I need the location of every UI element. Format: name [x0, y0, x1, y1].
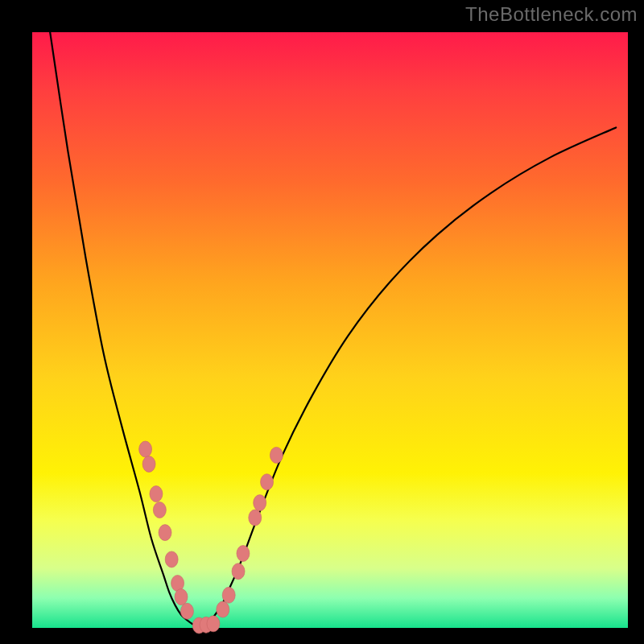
bead-marker — [237, 546, 250, 562]
curve-left — [50, 32, 199, 626]
bead-markers — [139, 441, 283, 634]
watermark-text: TheBottleneck.com — [465, 3, 638, 26]
bead-marker — [270, 447, 283, 463]
plot-area — [32, 32, 628, 628]
bead-marker — [165, 551, 178, 568]
bead-marker — [217, 601, 229, 617]
bead-marker — [142, 456, 155, 473]
chart-svg — [32, 32, 628, 628]
bead-marker — [153, 502, 166, 518]
bead-marker — [261, 474, 274, 490]
bead-marker — [139, 441, 152, 457]
bead-marker — [159, 525, 171, 541]
bead-marker — [180, 603, 193, 619]
bead-marker — [175, 589, 188, 605]
bead-marker — [232, 564, 245, 580]
bead-marker — [254, 495, 266, 511]
curve-right — [199, 127, 616, 625]
bead-marker — [207, 616, 220, 632]
bead-marker — [249, 510, 262, 526]
bead-marker — [222, 587, 235, 603]
bead-marker — [150, 486, 163, 502]
chart-frame: TheBottleneck.com — [0, 0, 644, 644]
